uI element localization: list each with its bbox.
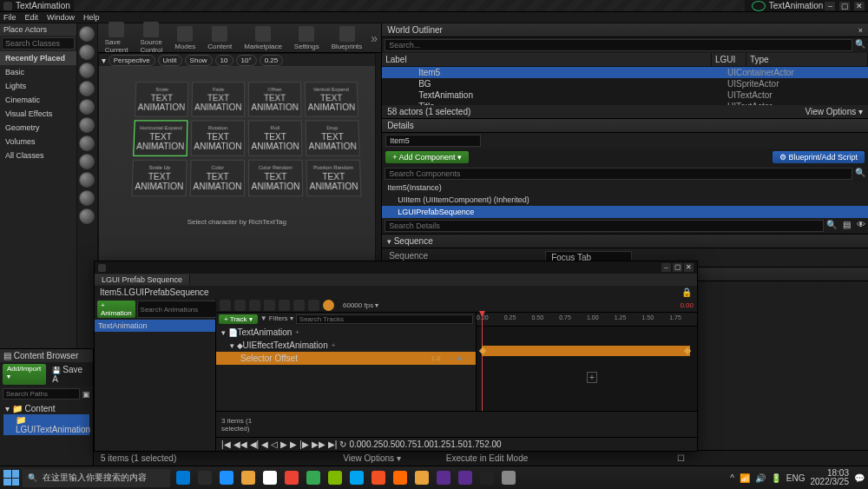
menu-window[interactable]: Window <box>47 12 75 23</box>
toolbar-settings[interactable]: Settings <box>291 26 323 50</box>
preview-cell[interactable]: Position RandomTEXTANIMATION <box>306 160 361 196</box>
viewport-show[interactable]: Show <box>185 55 213 66</box>
seq-tab[interactable]: LGUI Prefab Sequence <box>95 274 190 285</box>
next-key-icon[interactable]: |▶ <box>299 439 309 449</box>
taskbar-app-icon[interactable] <box>347 468 366 487</box>
add-animation-button[interactable]: + Animation <box>97 301 135 318</box>
seq-maximize-button[interactable]: ▢ <box>673 263 682 272</box>
actor-preset-icon[interactable] <box>79 172 95 188</box>
place-actors-category[interactable]: Lights <box>0 79 76 93</box>
toolbar-content[interactable]: Content <box>204 26 235 50</box>
actor-preset-icon[interactable] <box>79 99 95 115</box>
preview-cell[interactable]: FadeTEXTANIMATION <box>191 82 245 116</box>
world-outliner-tab[interactable]: World Outliner <box>387 25 443 35</box>
content-search[interactable] <box>3 388 80 400</box>
seq-prev-icon[interactable] <box>249 300 260 311</box>
tray-notifications-icon[interactable]: 💬 <box>854 473 865 483</box>
taskbar-app-icon[interactable] <box>304 468 323 487</box>
details-tab[interactable]: Details <box>387 121 414 130</box>
toolbar-save-current[interactable]: Save Current <box>102 22 132 54</box>
viewport-snap-scale[interactable]: 0.25 <box>260 55 284 66</box>
taskbar-app-icon[interactable] <box>195 468 214 487</box>
taskbar-app-icon[interactable] <box>434 468 453 487</box>
content-browser-tab[interactable]: ▤ Content Browser <box>3 351 78 360</box>
save-all-button[interactable]: 💾 Save A <box>48 364 90 385</box>
search-tracks[interactable] <box>296 314 473 324</box>
preview-cell[interactable]: ColorTEXTANIMATION <box>190 160 245 196</box>
content-view-options[interactable]: View Options ▾ <box>343 453 401 463</box>
search-icon[interactable]: 🔍 <box>826 220 837 232</box>
seq-save-icon[interactable] <box>220 300 231 311</box>
menu-edit[interactable]: Edit <box>25 12 39 23</box>
preview-cell[interactable]: RollTEXTANIMATION <box>248 120 302 155</box>
maximize-button[interactable]: ▢ <box>839 2 850 10</box>
place-actors-category[interactable]: Visual Effects <box>0 107 76 121</box>
preview-cell[interactable]: DropTEXTANIMATION <box>305 120 359 155</box>
outliner-close-icon[interactable]: × <box>858 26 863 35</box>
actor-preset-icon[interactable] <box>79 154 95 169</box>
track-add-icon[interactable]: + <box>295 328 299 336</box>
play-forward-icon[interactable]: ▶ <box>280 439 287 449</box>
source-control-badge-icon[interactable] <box>752 1 766 11</box>
toolbar-blueprints[interactable]: Blueprints <box>328 26 366 50</box>
toolbar-marketplace[interactable]: Marketplace <box>240 26 286 50</box>
details-eye-icon[interactable]: 👁 <box>857 220 865 232</box>
outliner-row[interactable]: TextAnimationUITextActor <box>382 89 868 101</box>
place-actors-category[interactable]: Geometry <box>0 121 76 135</box>
preview-cell[interactable]: RotationTEXTANIMATION <box>190 120 244 155</box>
play-reverse-icon[interactable]: ◁ <box>271 439 278 449</box>
seq-loop-icon[interactable] <box>308 300 319 311</box>
taskbar-app-icon[interactable] <box>239 468 258 487</box>
actor-preset-icon[interactable] <box>79 81 95 96</box>
taskbar-app-icon[interactable] <box>477 468 496 487</box>
folder-lguitextanimation[interactable]: 📁 LGUITextAnimation <box>3 414 89 435</box>
seq-minimize-button[interactable]: – <box>661 263 671 272</box>
track-textanimation[interactable]: ▾ 📄 TextAnimation+ <box>216 326 476 339</box>
seq-breadcrumb[interactable]: Item5.LGUIPrefabSequence <box>100 287 209 297</box>
search-icon[interactable]: 🔍 <box>855 168 865 180</box>
minimize-button[interactable]: – <box>825 2 835 10</box>
content-filter-icon[interactable]: ▣ <box>82 390 90 399</box>
taskbar-app-icon[interactable] <box>391 468 410 487</box>
place-actors-category[interactable]: Cinematic <box>0 93 76 107</box>
checkbox-icon[interactable]: ☐ <box>677 453 685 463</box>
preview-cell[interactable]: Color RandomTEXTANIMATION <box>248 160 303 196</box>
tray-lang[interactable]: ENG <box>786 473 806 483</box>
outliner-row[interactable]: Item5UIContainerActor <box>382 67 868 78</box>
taskbar-app-icon[interactable] <box>456 468 475 487</box>
menu-help[interactable]: Help <box>83 12 100 23</box>
actor-preset-icon[interactable] <box>79 44 95 60</box>
place-actors-category[interactable]: Recently Placed <box>0 51 76 65</box>
add-track-button[interactable]: + Track ▾ <box>219 314 258 324</box>
seq-lock-icon[interactable]: 🔒 <box>681 287 692 297</box>
place-actors-category[interactable]: Basic <box>0 65 76 79</box>
actor-preset-icon[interactable] <box>79 63 95 78</box>
folder-content[interactable]: ▾ 📁 Content <box>3 403 89 414</box>
seq-play-icon[interactable] <box>264 300 275 311</box>
outliner-view-options[interactable]: View Options ▾ <box>805 107 863 116</box>
track-selector-offset[interactable]: Selector Offset1.0← ◆ → <box>216 352 476 365</box>
playhead-marker[interactable] <box>482 313 483 411</box>
track-add-icon[interactable]: + <box>332 341 336 349</box>
seq-key-icon[interactable] <box>234 300 246 311</box>
next-frame-icon[interactable]: ▶ <box>290 439 297 449</box>
toolbar-overflow-icon[interactable]: » <box>371 31 378 45</box>
component-lguiprefabsequence[interactable]: LGUIPrefabSequence <box>382 206 868 218</box>
step-fwd-icon[interactable]: ▶▶ <box>312 439 326 449</box>
preview-cell[interactable]: Vertical ExpandTEXTANIMATION <box>304 82 358 116</box>
animation-item[interactable]: TextAnimation <box>95 320 215 332</box>
viewport-perspective[interactable]: Perspective <box>108 55 155 66</box>
taskbar-app-icon[interactable] <box>282 468 301 487</box>
outliner-row[interactable]: BGUISpriteActor <box>382 78 868 89</box>
prev-frame-icon[interactable]: ◀ <box>261 439 268 449</box>
goto-end-icon[interactable]: ▶| <box>328 439 338 449</box>
taskbar-app-icon[interactable] <box>260 468 279 487</box>
add-import-button[interactable]: Add/Import ▾ <box>3 364 46 385</box>
tray-volume-icon[interactable]: 🔊 <box>755 473 766 483</box>
preview-cell[interactable]: Horizontal ExpandTEXTANIMATION <box>133 120 187 155</box>
taskbar-app-icon[interactable] <box>499 468 518 487</box>
windows-start-button[interactable] <box>3 470 19 486</box>
add-marker-icon[interactable]: + <box>587 372 597 383</box>
search-details[interactable] <box>385 220 824 232</box>
preview-cell[interactable]: OffsetTEXTANIMATION <box>248 82 302 116</box>
